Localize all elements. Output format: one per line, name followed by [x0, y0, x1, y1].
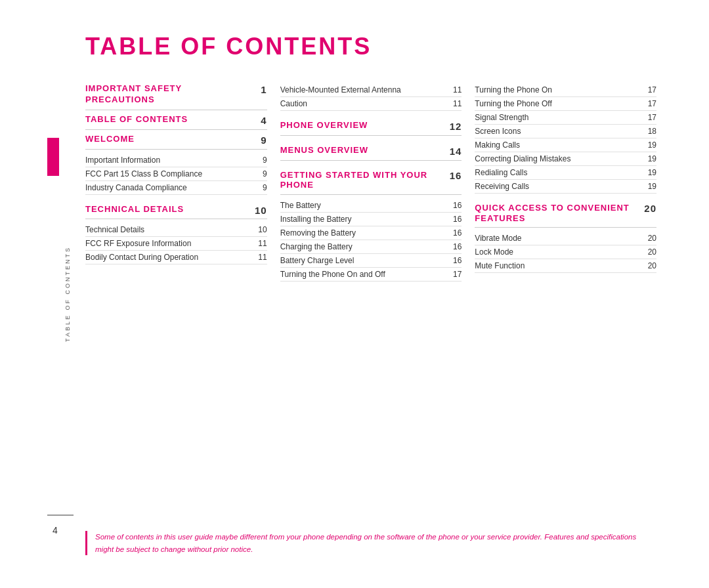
- list-item: Important Information 9: [85, 154, 267, 167]
- section-heading-label: Getting Started with YourPhone: [280, 170, 428, 190]
- list-item: Mute Function 20: [475, 259, 656, 273]
- disclaimer-text: Some of contents in this user guide mayb…: [95, 531, 656, 555]
- section-divider: [85, 149, 267, 150]
- list-item: Removing the Battery 16: [280, 226, 462, 240]
- section-menus-overview: 14 Menus Overview: [280, 145, 462, 161]
- list-item: Turning the Phone On 17: [475, 83, 656, 97]
- section-quick-access: 20 Quick Access to ConvenientFeatures Vi…: [475, 203, 656, 273]
- section-divider: [85, 110, 267, 110]
- section-important-safety: 1 IMPORTANT SAFETYPRECAUTIONS: [85, 83, 267, 110]
- list-item: FCC Part 15 Class B Compliance 9: [85, 167, 267, 181]
- list-item: Charging the Battery 16: [280, 240, 462, 254]
- section-pre-items: Vehicle-Mounted External Antenna 11 Caut…: [280, 83, 462, 111]
- column-2: Vehicle-Mounted External Antenna 11 Caut…: [280, 83, 475, 282]
- sidebar-label: TABLE OF CONTENTS: [64, 246, 71, 342]
- list-item: Turning the Phone On and Off 17: [280, 268, 462, 282]
- list-item: The Battery 16: [280, 199, 462, 213]
- section-phone-overview: 12 Phone Overview: [280, 120, 462, 136]
- section-num: 12: [450, 120, 462, 133]
- list-item: Industry Canada Compliance 9: [85, 181, 267, 195]
- section-heading-label: TECHNICAL DETAILS: [85, 204, 184, 214]
- column-1: 1 IMPORTANT SAFETYPRECAUTIONS 4 TABLE OF…: [85, 83, 280, 282]
- section-toc: 4 TABLE OF CONTENTS: [85, 114, 267, 130]
- section-heading-label: IMPORTANT SAFETYPRECAUTIONS: [85, 83, 182, 104]
- list-item: Vibrate Mode 20: [475, 232, 656, 245]
- section-num: 4: [261, 114, 267, 127]
- page-number: 4: [53, 525, 58, 536]
- list-item: Screen Icons 18: [475, 125, 656, 138]
- list-item: Making Calls 19: [475, 138, 656, 152]
- bottom-decoration-line: [47, 514, 74, 516]
- section-divider: [280, 135, 462, 136]
- list-item: Lock Mode 20: [475, 245, 656, 259]
- section-heading-label: Phone Overview: [280, 120, 368, 130]
- list-item: Battery Charge Level 16: [280, 254, 462, 268]
- section-num: 20: [644, 203, 656, 215]
- section-num: 14: [450, 145, 462, 158]
- list-item: Correcting Dialing Mistakes 19: [475, 152, 656, 166]
- list-item: Installing the Battery 16: [280, 213, 462, 226]
- section-divider: [280, 194, 462, 195]
- section-pre-items-col3: Turning the Phone On 17 Turning the Phon…: [475, 83, 656, 194]
- list-item: Receiving Calls 19: [475, 180, 656, 194]
- section-num: 16: [450, 170, 462, 182]
- section-technical-details: 10 TECHNICAL DETAILS Technical Details 1…: [85, 204, 267, 265]
- section-heading-label: Welcome: [85, 134, 135, 144]
- main-title: TABLE OF CONTENTS: [85, 33, 656, 60]
- sidebar-accent-block: [47, 138, 59, 176]
- section-divider: [85, 219, 267, 219]
- list-item: Signal Strength 17: [475, 111, 656, 125]
- list-item: Redialing Calls 19: [475, 166, 656, 180]
- section-divider: [85, 129, 267, 130]
- disclaimer-box: Some of contents in this user guide mayb…: [85, 531, 656, 555]
- column-3: Turning the Phone On 17 Turning the Phon…: [475, 83, 656, 282]
- section-divider: [475, 227, 656, 228]
- section-heading-label: TABLE OF CONTENTS: [85, 114, 188, 124]
- section-heading-label: Menus Overview: [280, 145, 368, 155]
- list-item: Turning the Phone Off 17: [475, 97, 656, 111]
- list-item: Technical Details 10: [85, 223, 267, 237]
- section-divider: [280, 160, 462, 161]
- section-getting-started: 16 Getting Started with YourPhone The Ba…: [280, 170, 462, 282]
- section-num: 1: [261, 83, 267, 96]
- list-item: FCC RF Exposure Information 11: [85, 237, 267, 251]
- toc-columns: 1 IMPORTANT SAFETYPRECAUTIONS 4 TABLE OF…: [85, 83, 656, 282]
- section-num: 10: [255, 204, 267, 217]
- section-heading-label: Quick Access to ConvenientFeatures: [475, 203, 629, 223]
- page: TABLE OF CONTENTS 4 TABLE OF CONTENTS 1 …: [0, 0, 709, 588]
- list-item: Vehicle-Mounted External Antenna 11: [280, 83, 462, 97]
- list-item: Caution 11: [280, 97, 462, 111]
- section-num: 9: [261, 134, 267, 147]
- section-welcome: 9 Welcome Important Information 9 FCC Pa…: [85, 134, 267, 195]
- list-item: Bodily Contact During Operation 11: [85, 251, 267, 264]
